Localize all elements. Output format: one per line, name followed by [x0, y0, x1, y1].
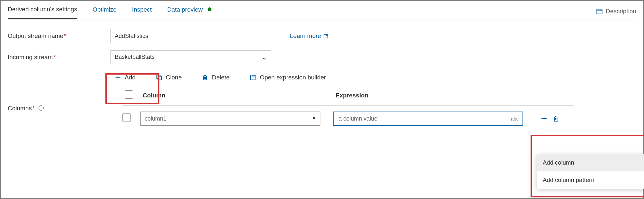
tab-settings[interactable]: Derived column's settings: [8, 5, 77, 19]
incoming-stream-value: BasketballStats: [115, 53, 155, 61]
incoming-stream-select[interactable]: BasketballStats ⌄: [111, 50, 271, 64]
expression-placeholder: 'a column value': [337, 115, 379, 123]
info-icon[interactable]: i: [39, 105, 44, 111]
menu-item-add-column[interactable]: Add column: [537, 154, 644, 171]
svg-rect-2: [158, 77, 161, 80]
description-icon: [595, 8, 603, 15]
row-add-context-menu: Add column Add column pattern: [537, 154, 644, 189]
clone-icon: [156, 74, 163, 81]
row-delete-icon[interactable]: [552, 115, 560, 122]
output-stream-input[interactable]: [111, 29, 271, 43]
clone-button[interactable]: Clone: [152, 71, 186, 84]
status-dot-icon: [208, 7, 211, 11]
tab-data-preview-label: Data preview: [167, 6, 203, 13]
open-expression-builder-label: Open expression builder: [260, 73, 326, 82]
learn-more-link[interactable]: Learn more: [290, 32, 329, 41]
description-link[interactable]: Description: [595, 7, 636, 16]
row-checkbox[interactable]: [122, 113, 131, 122]
tab-inspect[interactable]: Inspect: [132, 5, 152, 19]
incoming-stream-label: Incoming stream*: [8, 53, 111, 62]
svg-rect-0: [596, 9, 602, 14]
row-add-icon[interactable]: [540, 115, 548, 122]
tab-data-preview[interactable]: Data preview: [167, 5, 211, 19]
tabs-bar: Derived column's settings Optimize Inspe…: [8, 3, 636, 20]
trash-icon: [201, 74, 209, 81]
plus-icon: [114, 74, 121, 81]
tab-optimize[interactable]: Optimize: [93, 5, 117, 19]
type-hint: abc: [511, 115, 519, 122]
menu-item-add-column-pattern[interactable]: Add column pattern: [537, 171, 644, 189]
caret-down-icon: ▼: [312, 115, 316, 122]
column-name-placeholder: column1: [145, 115, 166, 123]
open-builder-icon: [249, 74, 256, 81]
add-button[interactable]: Add: [111, 71, 139, 84]
description-link-label: Description: [606, 7, 636, 16]
chevron-down-icon: ⌄: [262, 53, 267, 62]
column-header-expression: Expression: [333, 88, 535, 106]
add-button-label: Add: [125, 73, 136, 82]
delete-button[interactable]: Delete: [198, 71, 233, 84]
column-name-input[interactable]: column1 ▼: [140, 112, 320, 126]
column-header-column: Column: [140, 88, 333, 106]
select-all-checkbox[interactable]: [125, 90, 133, 99]
delete-button-label: Delete: [212, 73, 229, 82]
columns-toolbar: Add Clone Delete Open expression builder: [111, 71, 636, 84]
table-row: column1 ▼ 'a column value' abc: [122, 106, 574, 126]
external-link-icon: [323, 33, 329, 39]
expression-input[interactable]: 'a column value' abc: [333, 112, 523, 126]
clone-button-label: Clone: [166, 73, 182, 82]
open-expression-builder-button[interactable]: Open expression builder: [246, 71, 330, 84]
output-stream-label: Output stream name*: [8, 32, 111, 41]
columns-table: Column Expression column1 ▼: [122, 88, 574, 126]
columns-label: Columns* i: [8, 104, 111, 113]
